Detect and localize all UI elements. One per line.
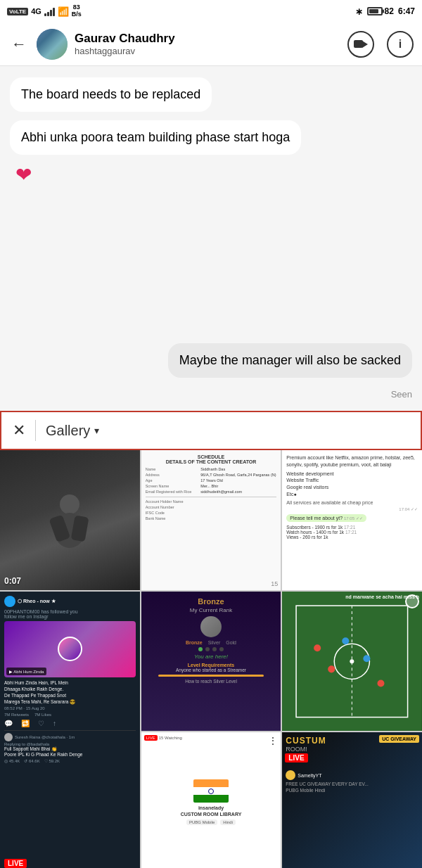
info-icon: i xyxy=(399,38,402,51)
message-bubble-2: Abhi unka poora team building phase star… xyxy=(10,120,301,155)
video-call-button[interactable] xyxy=(347,31,374,58)
message-text-1: The board needs to be replaced xyxy=(21,87,200,101)
level-req-label: Level Requirements xyxy=(188,663,235,668)
chat-services-thumb: Premium account like Netflix, amazon pri… xyxy=(282,450,422,590)
svg-point-9 xyxy=(328,665,335,672)
india-app-label: insaneladyCUSTOM ROOM LIBRARY xyxy=(181,805,242,817)
doc-row-2: Address 96/A,T Ghosh Road, Garfa,24 Parg… xyxy=(146,473,277,477)
battery-fill xyxy=(369,9,378,13)
gallery-bar: ✕ Gallery ▾ xyxy=(0,411,422,450)
video-duration-1: 0:07 xyxy=(4,576,21,586)
message-text-2: Abhi unka poora team building phase star… xyxy=(21,130,290,144)
contact-info: Gaurav Chaudhry hashtaggaurav xyxy=(75,32,340,56)
person-silhouette xyxy=(49,492,91,548)
status-bar: VoLTE 4G 📶 83B/s ∗ 82 6:47 xyxy=(0,0,422,23)
watching-count: LIVE 15 Watching xyxy=(144,735,182,741)
live-badge-2: LIVE xyxy=(285,753,307,762)
doc-row-4: Screen Name Mer... Bhir xyxy=(146,484,277,488)
dropdown-arrow-icon: ▾ xyxy=(94,425,99,436)
message-bubble-3: Maybe the manager will also be sacked xyxy=(168,343,412,378)
media-item-3[interactable]: Premium account like Netflix, amazon pri… xyxy=(282,450,422,590)
football-thumb: nd marwane se acha hai miss h xyxy=(282,592,422,732)
bluetooth-icon: ∗ xyxy=(355,6,363,17)
video-thumb-1 xyxy=(0,450,140,590)
ipl-tweet-thumb: ⬡ Rheo - now ★ 00PHANTOM00 has followed … xyxy=(0,592,140,868)
media-item-5[interactable]: Bronze My Current Rank Bronze Silver Gol… xyxy=(141,592,281,732)
twitter-avatar xyxy=(4,596,15,607)
rank-thumb: Bronze My Current Rank Bronze Silver Gol… xyxy=(141,592,281,732)
doc-header: SCHEDULEDETAILS OF THE CONTENT CREATOR xyxy=(146,454,277,464)
svg-point-12 xyxy=(378,679,385,687)
svg-point-11 xyxy=(364,655,371,662)
battery-level: 82 xyxy=(385,6,394,16)
gallery-divider xyxy=(35,420,36,441)
media-item-6[interactable]: nd marwane se acha hai miss h xyxy=(282,592,422,732)
svg-point-8 xyxy=(314,644,321,651)
seen-label: Seen xyxy=(391,389,412,400)
ipl-promo-image: ▶ Abhi Hum Zinda xyxy=(4,621,136,677)
gallery-dropdown[interactable]: Gallery ▾ xyxy=(46,423,99,439)
back-button[interactable]: ← xyxy=(8,32,30,56)
svg-point-13 xyxy=(350,659,354,663)
wifi-icon: 📶 xyxy=(58,6,69,17)
you-here-label: You are here! xyxy=(194,653,228,660)
football-field xyxy=(282,592,422,732)
header-icons: i xyxy=(347,31,414,58)
contact-username: hashtaggaurav xyxy=(75,46,340,56)
room-label: ROOM! xyxy=(286,746,418,753)
level-req-text: Anyone who started as a Streamer xyxy=(176,668,246,672)
rank-subtitle: My Current Rank xyxy=(190,607,232,613)
india-app-thumb: insaneladyCUSTOM ROOM LIBRARY PUBG Mobil… xyxy=(141,732,281,868)
avatar[interactable] xyxy=(37,29,68,60)
media-grid: 0:07 SCHEDULEDETAILS OF THE CONTENT CREA… xyxy=(0,450,422,868)
battery xyxy=(367,7,383,15)
live-badge-1: LIVE xyxy=(4,859,27,868)
uc-giveaway-badge: UC GIVEAWAY xyxy=(379,735,419,743)
data-speed: 83B/s xyxy=(72,4,82,18)
samelty-label: SameltyYT xyxy=(298,773,321,778)
custum-thumb: CUSTUM ROOM! UC GIVEAWAY SameltyYT FREE … xyxy=(282,732,422,868)
media-item-1[interactable]: 0:07 xyxy=(0,450,140,590)
document-thumb: SCHEDULEDETAILS OF THE CONTENT CREATOR N… xyxy=(141,450,281,590)
gallery-label: Gallery xyxy=(46,423,90,439)
media-item-4[interactable]: ⬡ Rheo - now ★ 00PHANTOM00 has followed … xyxy=(0,592,140,868)
media-item-8[interactable]: CUSTUM ROOM! UC GIVEAWAY SameltyYT FREE … xyxy=(282,732,422,868)
rank-title: Bronze xyxy=(198,597,224,606)
contact-name: Gaurav Chaudhry xyxy=(75,32,340,46)
message-bubble-1: The board needs to be replaced xyxy=(10,77,212,112)
signal-bars xyxy=(44,6,55,16)
volte-badge: VoLTE xyxy=(7,8,28,15)
chat-area: The board needs to be replaced Abhi unka… xyxy=(0,66,422,411)
rank-avatar xyxy=(200,616,222,637)
samelty-avatar xyxy=(286,770,295,780)
heart-reaction: ❤ xyxy=(15,163,32,186)
chat-header: ← Gaurav Chaudhry hashtaggaurav i xyxy=(0,23,422,66)
media-item-2[interactable]: SCHEDULEDETAILS OF THE CONTENT CREATOR N… xyxy=(141,450,281,590)
india-flag xyxy=(193,779,229,803)
options-icon: ⋮ xyxy=(268,735,278,746)
video-call-icon xyxy=(354,39,368,49)
doc-row-5: Email Registered with Rice siddhudeith@g… xyxy=(146,490,277,494)
network-type: 4G xyxy=(31,7,41,15)
info-button[interactable]: i xyxy=(387,31,414,58)
rank-dots xyxy=(198,647,224,651)
reach-silver-label: How to reach Silver Level xyxy=(185,679,237,684)
status-left: VoLTE 4G 📶 83B/s xyxy=(7,4,82,18)
progress-bar xyxy=(158,675,263,677)
gallery-close-button[interactable]: ✕ xyxy=(13,421,25,440)
giveaway-text: FREE UC GIVEAWAY EVERY DAY EV...PUBG Mob… xyxy=(286,781,418,793)
battery-container: 82 xyxy=(367,6,394,16)
message-text-3: Maybe the manager will also be sacked xyxy=(179,353,401,367)
doc-row-1: Name Siddharth Das xyxy=(146,467,277,471)
doc-page-num: 15 xyxy=(271,580,278,587)
status-right: ∗ 82 6:47 xyxy=(355,6,415,17)
doc-row-3: Age 17 Years Old xyxy=(146,478,277,483)
rank-levels: Bronze Silver Gold xyxy=(186,640,236,645)
football-circle-btn xyxy=(405,594,419,608)
media-item-7[interactable]: insaneladyCUSTOM ROOM LIBRARY PUBG Mobil… xyxy=(141,732,281,868)
avatar-image xyxy=(37,29,68,60)
svg-point-0 xyxy=(60,494,79,514)
svg-point-10 xyxy=(343,637,350,644)
time: 6:47 xyxy=(398,6,415,16)
